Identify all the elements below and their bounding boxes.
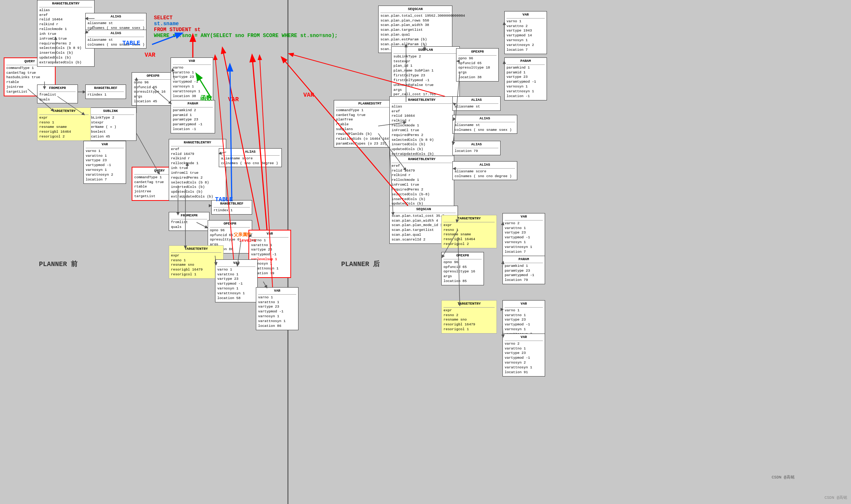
fromexpr-title: FROMEXPR xyxy=(39,86,76,92)
opexpr-title-1: OPEXPR xyxy=(134,74,172,80)
var-field: vartype 23 xyxy=(86,158,124,163)
var-field: location 7 xyxy=(86,178,124,182)
rr1-title: RANGETBLENTRY xyxy=(392,98,452,104)
te-field: resno 1 xyxy=(39,120,89,125)
var-inner-58: VAR varno 1 varattno 1 vartype 23 vartyp… xyxy=(215,259,258,302)
fromexpr-node-left: FROMEXPR fromlist quals xyxy=(37,84,78,103)
param-field: paramtypmod -1 xyxy=(173,122,213,127)
ort-field: opno 96 xyxy=(458,56,497,61)
var-node-1: VAR varno varattno 1 vartype 23 vartypmo… xyxy=(171,57,213,100)
var-right-top: VAR varno 1 varattno 2 vartype 1943 vart… xyxy=(504,11,547,54)
irte-field: requiredPerms 2 xyxy=(171,176,224,180)
rr2-field: rellockmode 1 xyxy=(392,178,452,183)
tr1-title: TARGETENTRY xyxy=(443,216,495,222)
fromexpr-field: quals xyxy=(39,97,76,102)
query-field: canSetTag true xyxy=(6,71,53,76)
sp-field: args xyxy=(393,88,458,93)
ite-field: resno 1 xyxy=(171,258,221,263)
vi58-title: VAR xyxy=(217,261,255,267)
ite-field: resname sno xyxy=(171,263,221,268)
ss1-title: SEQSCAN xyxy=(380,7,450,13)
ite-field: resorigcol 1 xyxy=(171,272,221,277)
rte-field: inFromCl true xyxy=(39,37,92,42)
var-field: varno 1 xyxy=(86,149,124,154)
ss2-title: SEQSCAN xyxy=(392,207,456,213)
rtr-title: RANGETBLREF xyxy=(88,86,124,92)
vrt-field: varnosyn 1 xyxy=(507,38,545,43)
opexpr-field: opno 96 xyxy=(134,80,172,85)
prb-field: paramkind 1 xyxy=(505,264,543,269)
rte-field: rellockmode 1 xyxy=(39,27,92,32)
rr2-field: requiredPerms 2 xyxy=(392,188,452,192)
prt-field: paramid 1 xyxy=(507,70,545,75)
var-field: varattnosyn 2 xyxy=(86,173,124,178)
param-field: location -1 xyxy=(173,127,213,132)
inner-rangetblentry: RANGETBLENTRY eref relid 16479 relkind r… xyxy=(169,139,226,201)
sql-field: st.sname xyxy=(154,21,179,27)
subplan-node: SUBPLAN subLinkType 2 testexpr plan_id 1… xyxy=(391,46,460,99)
ite-field: expr xyxy=(171,253,221,258)
rte-field: inh true xyxy=(39,32,92,37)
alias-field: aliasname st xyxy=(88,21,144,26)
vrb2-field: vartype 23 xyxy=(505,318,543,322)
inner-fromexpr: FROMEXPR fromlist quals xyxy=(169,212,210,231)
vrb2-title: VAR xyxy=(505,302,543,308)
prb-field: paramtype 23 xyxy=(505,269,543,273)
alias-right-st: ALIAS aliasname st xyxy=(452,96,501,111)
vi58-field: vartype 23 xyxy=(217,277,255,282)
arsc-field: colnames ( sno cno degree ) xyxy=(455,174,515,179)
var-field: vartype 23 xyxy=(173,75,211,80)
ss1-field: scan.plan.qual xyxy=(380,33,450,37)
vi86-field: varattnosyn 1 xyxy=(258,319,296,324)
param-title: PARAM xyxy=(173,102,213,107)
param-field: paramid 1 xyxy=(173,113,213,118)
targetentry-right-2: TARGETENTRY expr resno 2 resname sno res… xyxy=(441,300,497,334)
vrb3-title: VAR xyxy=(505,335,543,341)
ss1-field: scan.plan.plan_rows 550 xyxy=(380,19,450,23)
vi86-field: location 86 xyxy=(258,324,296,329)
vrb1-field: varnosyn 1 xyxy=(505,240,543,245)
var-field: vartypmod -1 xyxy=(86,163,124,168)
rr1-field: eref xyxy=(392,109,452,114)
opexpr-field: opfuncid 65 xyxy=(134,85,172,90)
te-field: resorigbl 16464 xyxy=(39,130,89,135)
ort-title: OPEXPR xyxy=(458,50,497,56)
var-node-2: VAR varno 1 varattno 1 vartype 23 vartyp… xyxy=(83,141,126,184)
rr1-field: relkind r xyxy=(392,119,452,123)
tr2-field: resname sno xyxy=(443,318,495,322)
vi86-field: varno 1 xyxy=(258,295,296,300)
irte-title: RANGETBLENTRY xyxy=(171,140,224,146)
vrb3-field: varnosyn 2 xyxy=(505,361,543,365)
svg-line-27 xyxy=(230,65,232,200)
ite-title: TARGETENTRY xyxy=(171,247,221,253)
vrb2-field: varno 1 xyxy=(505,308,543,313)
tr1-field: expr xyxy=(443,223,495,228)
vl-field: varattno 1 xyxy=(251,243,288,248)
vrt-field: varattno 2 xyxy=(507,24,545,29)
ars-field: aliasname st xyxy=(455,105,498,109)
prt-field: varnosyn 1 xyxy=(507,84,545,89)
rr2-field: relid 16479 xyxy=(392,169,452,173)
vrt-field: location 7 xyxy=(507,48,545,53)
rte-field: requiredPerms 2 xyxy=(39,42,92,46)
vi86-field: vartypmod -1 xyxy=(258,309,296,314)
prt-field: varattnosyn 1 xyxy=(507,89,545,94)
sp-field: testexpr xyxy=(393,59,458,64)
arl79-field: location 79 xyxy=(455,149,498,154)
ort-field: location 38 xyxy=(458,75,497,80)
param-right-top: PARAM paramkind 1 paramid 1 vartype 23 p… xyxy=(504,57,547,100)
rr1-field: updatedCols (b) xyxy=(392,147,452,152)
vl-field: varno 1 xyxy=(251,238,288,243)
planner-before-label: PLANNER 前 xyxy=(39,259,77,269)
sql-block: SELECT st.sname FROM STUDENT st WHERE st… xyxy=(154,15,338,39)
vrb1-field: vartype 23 xyxy=(505,231,543,235)
vi86-field: varnosyn 1 xyxy=(258,314,296,319)
sql-where: WHERE st.sno = ANY(SELECT sno FROM SCORE… xyxy=(154,33,338,39)
vrb3-field: varno 2 xyxy=(505,342,543,346)
var-right-b1: VAR varno 2 varattno 1 vartype 23 vartyp… xyxy=(502,213,545,256)
rr2-field: selectedCols (b-8) xyxy=(392,192,452,197)
alias-right-score: ALIAS aliasname score colnames ( sno cno… xyxy=(452,161,517,180)
ort-field: opresulttype 18 xyxy=(458,66,497,70)
opexpr-field: args xyxy=(134,94,172,99)
irte-field: rellockmode 1 xyxy=(171,161,224,166)
